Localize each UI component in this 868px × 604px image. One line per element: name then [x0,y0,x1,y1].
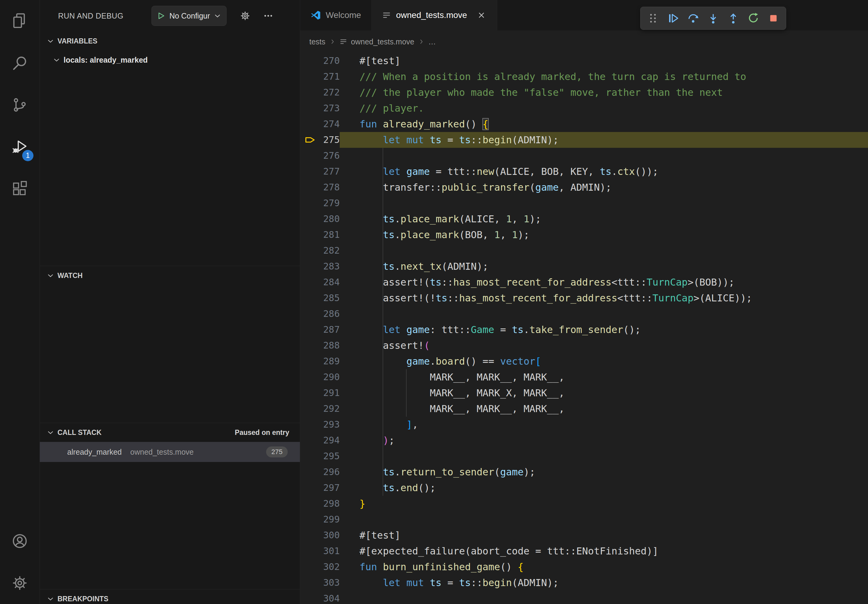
code-text[interactable]: ts.return_to_sender(game); [340,464,868,480]
code-text[interactable]: #[test] [340,527,868,543]
tab-welcome[interactable]: Welcome [300,0,372,30]
code-text[interactable] [340,243,868,259]
call-stack-frame[interactable]: already_marked owned_tests.move 275 [40,442,300,462]
line-number[interactable]: 280 [300,211,340,227]
activity-settings[interactable] [0,562,40,604]
code-text[interactable]: ts.next_tx(ADMIN); [340,259,868,274]
activity-search[interactable] [0,42,40,84]
code-text[interactable]: ); [340,432,868,448]
code-line[interactable]: 285 assert!(!ts::has_most_recent_for_add… [300,290,868,306]
line-number[interactable]: 281 [300,227,340,243]
debug-step-into-button[interactable] [704,9,722,27]
code-line[interactable]: 302fun burn_unfinished_game() { [300,559,868,575]
debug-toolbar-drag-handle[interactable] [643,9,662,27]
tab-owned-tests-move[interactable]: owned_tests.move [372,0,497,30]
debug-config-picker[interactable]: No Configur [152,6,226,26]
code-line[interactable]: 301#[expected_failure(abort_code = ttt::… [300,543,868,559]
code-line[interactable]: 303 let mut ts = ts::begin(ADMIN); [300,575,868,591]
code-text[interactable]: transfer::public_transfer(game, ADMIN); [340,180,868,195]
code-line[interactable]: 293 ], [300,417,868,432]
variables-scope-row[interactable]: locals: already_marked [40,51,300,69]
code-line[interactable]: 272/// the player who made the "false" m… [300,85,868,101]
code-line[interactable]: 288 assert!( [300,338,868,353]
code-text[interactable]: let mut ts = ts::begin(ADMIN); [340,132,868,148]
line-number[interactable]: 283 [300,259,340,274]
code-line[interactable]: 296 ts.return_to_sender(game); [300,464,868,480]
line-number[interactable]: 291 [300,385,340,401]
code-line[interactable]: 270#[test] [300,53,868,69]
code-text[interactable]: ts.place_mark(ALICE, 1, 1); [340,211,868,227]
breadcrumb-folder[interactable]: tests [309,37,326,46]
activity-source-control[interactable] [0,84,40,126]
line-number[interactable]: 282 [300,243,340,259]
code-text[interactable] [340,148,868,164]
code-line[interactable]: 278 transfer::public_transfer(game, ADMI… [300,180,868,195]
code-text[interactable]: ], [340,417,868,432]
code-line[interactable]: 274fun already_marked() { [300,116,868,132]
debug-stop-button[interactable] [764,9,783,27]
line-number[interactable]: 277 [300,164,340,180]
code-text[interactable]: assert!(!ts::has_most_recent_for_address… [340,290,868,306]
line-number[interactable]: 273 [300,101,340,116]
activity-account[interactable] [0,520,40,562]
line-number[interactable]: 293 [300,417,340,432]
activity-extensions[interactable] [0,168,40,210]
code-text[interactable]: #[expected_failure(abort_code = ttt::ENo… [340,543,868,559]
code-line[interactable]: 289 game.board() == vector[ [300,353,868,369]
code-text[interactable] [340,306,868,322]
line-number[interactable]: 294 [300,432,340,448]
line-number[interactable]: 270 [300,53,340,69]
code-text[interactable]: MARK__, MARK_X, MARK__, [340,385,868,401]
code-line[interactable]: 277 let game = ttt::new(ALICE, BOB, KEY,… [300,164,868,180]
line-number[interactable]: 284 [300,274,340,290]
more-actions-button[interactable] [263,11,273,21]
line-number[interactable]: 304 [300,591,340,604]
line-number[interactable]: 274 [300,116,340,132]
code-line[interactable]: 276 [300,148,868,164]
debug-continue-button[interactable] [663,9,682,27]
code-line[interactable]: 271/// When a position is already marked… [300,69,868,85]
line-number[interactable]: 301 [300,543,340,559]
debug-restart-button[interactable] [744,9,763,27]
line-number[interactable]: 272 [300,85,340,101]
code-line[interactable]: 295 [300,448,868,464]
variables-section-header[interactable]: VARIABLES [40,32,300,51]
debug-step-out-button[interactable] [724,9,743,27]
debug-step-over-button[interactable] [684,9,702,27]
code-text[interactable]: ts.place_mark(BOB, 1, 1); [340,227,868,243]
code-text[interactable]: /// player. [340,101,868,116]
code-text[interactable]: fun already_marked() { [340,116,868,132]
code-line[interactable]: 290 MARK__, MARK__, MARK__, [300,369,868,385]
code-line[interactable]: 297 ts.end(); [300,480,868,496]
code-line[interactable]: 284 assert!(ts::has_most_recent_for_addr… [300,274,868,290]
code-text[interactable]: assert!(ts::has_most_recent_for_address<… [340,274,868,290]
code-text[interactable]: MARK__, MARK__, MARK__, [340,369,868,385]
line-number[interactable]: 302 [300,559,340,575]
line-number[interactable]: 288 [300,338,340,353]
code-line[interactable]: 299 [300,511,868,527]
line-number[interactable]: 278 [300,180,340,195]
code-text[interactable]: fun burn_unfinished_game() { [340,559,868,575]
code-line[interactable]: 298} [300,496,868,511]
code-text[interactable]: } [340,496,868,511]
code-line[interactable]: 294 ); [300,432,868,448]
activity-explorer[interactable] [0,0,40,42]
line-number[interactable]: 300 [300,527,340,543]
code-text[interactable]: let mut ts = ts::begin(ADMIN); [340,575,868,591]
line-number[interactable]: 298 [300,496,340,511]
line-number[interactable]: 289 [300,353,340,369]
code-line[interactable]: 283 ts.next_tx(ADMIN); [300,259,868,274]
code-line[interactable]: 282 [300,243,868,259]
code-text[interactable]: /// the player who made the "false" move… [340,85,868,101]
code-line[interactable]: 281 ts.place_mark(BOB, 1, 1); [300,227,868,243]
breadcrumb-file[interactable]: owned_tests.move [351,37,414,46]
line-number[interactable]: 279 [300,195,340,211]
code-text[interactable]: let game: ttt::Game = ts.take_from_sende… [340,322,868,338]
line-number[interactable]: 295 [300,448,340,464]
code-line[interactable]: 279 [300,195,868,211]
close-tab-button[interactable] [476,10,487,20]
code-text[interactable]: ts.end(); [340,480,868,496]
line-number[interactable]: 292 [300,401,340,417]
code-line[interactable]: 291 MARK__, MARK_X, MARK__, [300,385,868,401]
line-number[interactable]: 299 [300,511,340,527]
